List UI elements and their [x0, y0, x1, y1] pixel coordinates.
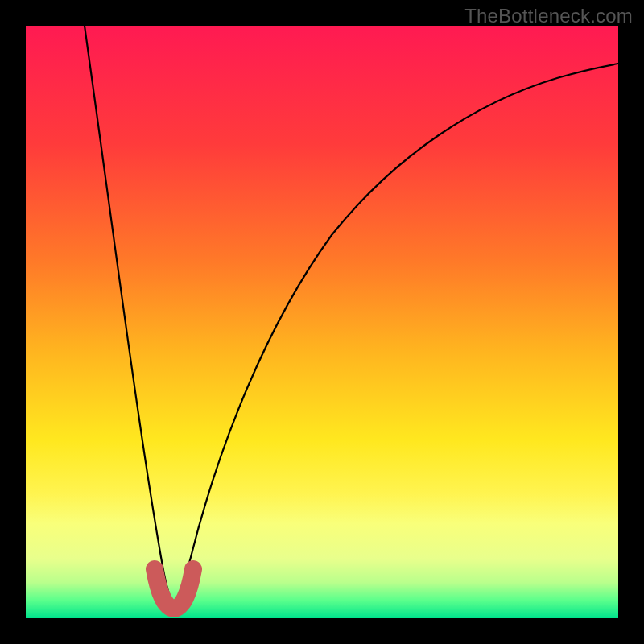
chart-plot-area	[26, 26, 618, 618]
gradient-background	[26, 26, 618, 618]
chart-svg	[26, 26, 618, 618]
chart-frame: TheBottleneck.com	[0, 0, 644, 644]
watermark-text: TheBottleneck.com	[464, 5, 633, 27]
